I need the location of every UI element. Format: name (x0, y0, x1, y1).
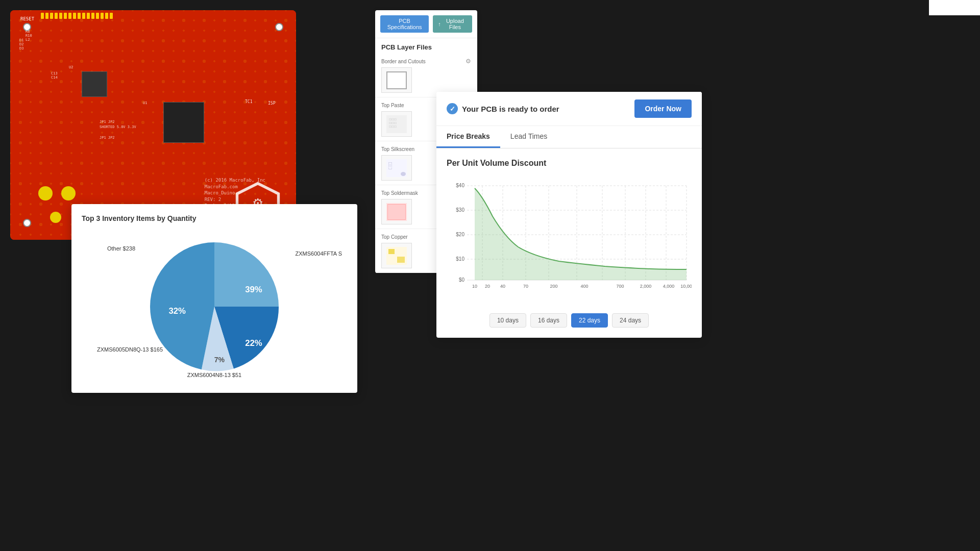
price-breaks-panel: ✓ Your PCB is ready to order Order Now P… (436, 92, 702, 338)
svg-text:10: 10 (472, 284, 477, 289)
day-buttons: 10 days 16 days 22 days 24 days (447, 313, 692, 328)
svg-text:20: 20 (485, 284, 490, 289)
pie-chart-panel: Top 3 Inventory Items by Quantity Other … (71, 204, 357, 393)
price-chart-area: Per Unit Volume Discount (436, 148, 702, 338)
chart-container: $40 $30 $20 $10 $0 10 20 40 70 200 400 7… (447, 176, 692, 308)
day-btn-16[interactable]: 16 days (530, 313, 567, 328)
tab-price-breaks[interactable]: Price Breaks (436, 126, 500, 148)
svg-text:$10: $10 (456, 256, 464, 262)
pie-legend-other: Other $238 (107, 245, 135, 252)
day-btn-22[interactable]: 22 days (571, 313, 608, 328)
layer-item-border: Border and Cutouts ⚙ (375, 54, 477, 97)
svg-text:$40: $40 (456, 183, 464, 188)
day-btn-10[interactable]: 10 days (489, 313, 526, 328)
ready-text: Your PCB is ready to order (462, 105, 559, 113)
ready-badge: ✓ Your PCB is ready to order (447, 103, 559, 114)
order-now-button[interactable]: Order Now (634, 99, 692, 118)
svg-text:7%: 7% (214, 356, 225, 364)
layer-copper-thumb (381, 243, 412, 268)
price-panel-header: ✓ Your PCB is ready to order Order Now (436, 92, 702, 126)
pie-legend-left: ZXMS6005DN8Q-13 $165 (97, 346, 163, 353)
pcb-specs-button[interactable]: PCB Specifications (380, 15, 429, 33)
top-right-white-panel (929, 0, 980, 15)
layer-border-thumb (381, 67, 412, 93)
svg-text:$0: $0 (459, 277, 465, 283)
price-tabs: Price Breaks Lead Times (436, 126, 702, 148)
svg-text:$30: $30 (456, 207, 464, 213)
svg-text:40: 40 (500, 284, 505, 289)
pcb-panel-title: PCB Layer Files (375, 38, 477, 54)
ready-checkmark-icon: ✓ (447, 103, 458, 114)
tab-lead-times[interactable]: Lead Times (500, 126, 557, 148)
layer-soldermask-thumb (381, 199, 412, 224)
svg-text:700: 700 (616, 284, 624, 289)
pie-legend-right: ZXMS6004FFTA S (296, 251, 342, 257)
svg-text:39%: 39% (245, 285, 262, 294)
svg-text:22%: 22% (245, 338, 262, 348)
layer-paste-thumb: ⊡⊡⊡⊡⊡⊡⊡⊡⊡ (381, 111, 412, 137)
layer-border-gear-icon[interactable]: ⚙ (465, 58, 471, 65)
svg-text:10,000: 10,000 (680, 284, 692, 289)
svg-text:400: 400 (580, 284, 588, 289)
svg-text:4,000: 4,000 (663, 284, 675, 289)
pcb-panel-header: PCB Specifications ↑ Upload Files (375, 10, 477, 38)
svg-text:200: 200 (550, 284, 557, 289)
chart-title: Per Unit Volume Discount (447, 159, 692, 168)
svg-text:32%: 32% (168, 306, 186, 316)
layer-silk-thumb: ┌─┐│░│└─┘ (381, 155, 412, 181)
pie-legend-bottom: ZXMS6004N8-13 $51 (187, 372, 241, 378)
svg-text:2,000: 2,000 (640, 284, 652, 289)
svg-text:70: 70 (523, 284, 528, 289)
svg-text:$20: $20 (456, 232, 464, 237)
day-btn-24[interactable]: 24 days (612, 313, 649, 328)
upload-files-button[interactable]: ↑ Upload Files (433, 15, 472, 33)
pie-chart-title: Top 3 Inventory Items by Quantity (82, 214, 347, 222)
